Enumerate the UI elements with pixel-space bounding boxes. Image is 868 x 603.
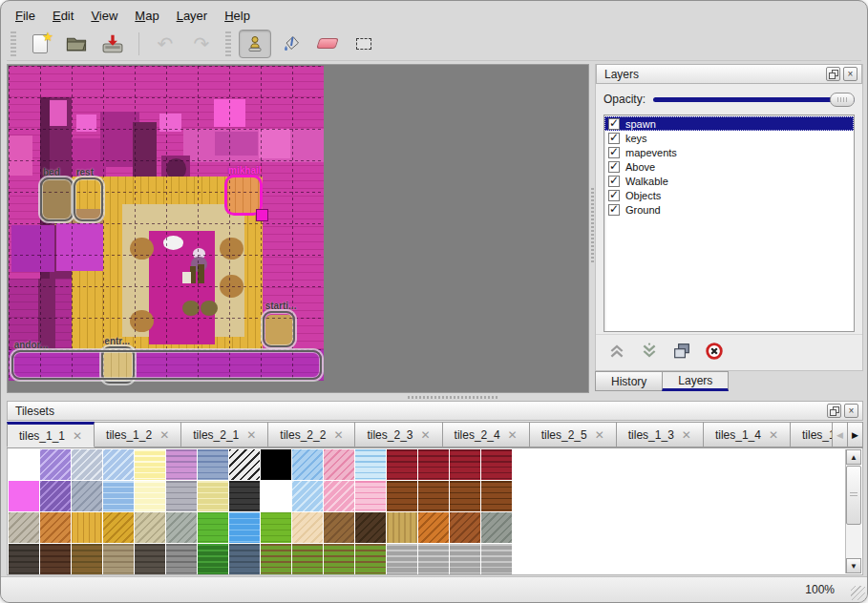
tileset-tile[interactable] [72,481,102,511]
tileset-tile[interactable] [166,481,197,511]
tileset-tile[interactable] [481,544,512,574]
tileset-tile[interactable] [292,449,323,480]
tileset-tile[interactable] [324,544,354,574]
opacity-slider-handle[interactable] [830,93,855,107]
layer-row-ground[interactable]: ✓Ground [604,202,854,217]
tileset-tile[interactable] [103,449,134,480]
tileset-tile[interactable] [229,449,260,480]
tileset-tile[interactable] [355,481,386,511]
new-map-button[interactable]: ★ [24,30,56,58]
resize-grip[interactable] [851,586,865,600]
tileset-tile[interactable] [135,512,165,543]
tileset-tile[interactable] [355,449,386,480]
tileset-tab-tiles_1_3[interactable]: tiles_1_3✕ [617,422,704,447]
tileset-tile[interactable] [355,512,386,543]
tileset-tile[interactable] [261,481,291,511]
tileset-tile[interactable] [229,512,260,543]
tileset-content[interactable]: ▲ ▼ [7,448,863,575]
map-object-mikhail[interactable]: mikhail [224,175,263,216]
layer-row-mapevents[interactable]: ✓mapevents [604,145,854,159]
save-map-button[interactable] [96,30,129,58]
toolbar-drag-handle[interactable] [11,31,16,56]
bucket-fill-button[interactable] [275,30,307,58]
close-tab-icon[interactable]: ✕ [159,428,169,442]
tileset-tile[interactable] [40,481,71,511]
tileset-tile[interactable] [324,481,354,511]
tileset-tile[interactable] [135,544,165,574]
map-canvas[interactable]: bedrestmikhailstarti...entr...andor... [9,66,324,381]
delete-layer-button[interactable] [703,340,726,363]
tileset-tile[interactable] [324,449,354,480]
scrollbar-thumb[interactable] [846,466,861,525]
scroll-up-icon[interactable]: ▲ [846,449,861,465]
menu-file[interactable]: File [7,7,44,25]
dock-tab-history[interactable]: History [595,371,663,391]
tileset-tile[interactable] [450,481,480,511]
tileset-tab-tiles_1_2[interactable]: tiles_1_2✕ [95,422,181,447]
tileset-tile[interactable] [103,512,134,543]
tileset-tile[interactable] [450,544,480,574]
scroll-tabs-left-icon[interactable]: ◀ [832,422,848,447]
tileset-tile[interactable] [292,544,323,574]
layer-visibility-checkbox[interactable]: ✓ [608,161,620,173]
tileset-tile[interactable] [481,512,512,543]
tileset-tile[interactable] [450,512,480,543]
tileset-tile[interactable] [229,544,260,574]
tileset-tile[interactable] [166,512,197,543]
tileset-tile[interactable] [229,481,260,511]
tileset-tile[interactable] [261,544,291,574]
tileset-tile[interactable] [198,544,228,574]
tileset-tile[interactable] [198,481,228,511]
tileset-tile[interactable] [418,449,449,480]
tileset-tile[interactable] [103,481,134,511]
layer-row-walkable[interactable]: ✓Walkable [604,174,854,188]
tileset-tile[interactable] [9,544,39,574]
close-icon[interactable]: × [843,67,857,81]
tileset-tile[interactable] [387,481,417,511]
tileset-tile[interactable] [324,512,354,543]
opacity-slider[interactable] [653,92,855,107]
tileset-tile[interactable] [135,481,165,511]
redo-button[interactable]: ↷ [185,30,218,58]
tileset-tile[interactable] [135,449,165,480]
close-tab-icon[interactable]: ✕ [769,428,778,442]
tileset-tab-tiles_1_1[interactable]: tiles_1_1✕ [7,422,95,447]
eraser-button[interactable] [311,30,344,58]
tileset-tile[interactable] [72,544,102,574]
layer-visibility-checkbox[interactable]: ✓ [608,176,620,187]
tileset-tile[interactable] [387,544,417,574]
layer-row-objects[interactable]: ✓Objects [604,188,854,202]
map-object-andor[interactable]: andor... [11,350,322,380]
layer-visibility-checkbox[interactable]: ✓ [608,204,620,216]
tileset-tab-tiles_2_3[interactable]: tiles_2_3✕ [355,422,442,447]
close-tab-icon[interactable]: ✕ [682,428,691,442]
float-dock-icon[interactable] [826,67,840,81]
close-tab-icon[interactable]: ✕ [595,428,604,442]
tileset-tile[interactable] [166,544,197,574]
tileset-tile[interactable] [355,544,386,574]
tileset-tile[interactable] [418,481,449,511]
tileset-tile[interactable] [450,449,480,480]
tileset-tile[interactable] [481,449,512,480]
tileset-tile[interactable] [387,512,417,543]
tileset-tile[interactable] [418,544,449,574]
float-dock-icon[interactable] [827,404,841,418]
layer-visibility-checkbox[interactable]: ✓ [608,147,620,158]
dock-tab-layers[interactable]: Layers [662,371,729,391]
layer-row-above[interactable]: ✓Above [604,159,854,174]
stamp-brush-button[interactable] [239,30,271,58]
close-tab-icon[interactable]: ✕ [73,429,82,443]
duplicate-layer-button[interactable] [670,340,693,363]
layer-visibility-checkbox[interactable]: ✓ [608,190,620,201]
lower-layer-button[interactable] [638,340,661,363]
scroll-down-icon[interactable]: ▼ [846,558,861,573]
layer-row-keys[interactable]: ✓keys [604,131,854,145]
close-tab-icon[interactable]: ✕ [420,428,430,442]
tileset-tile[interactable] [292,512,323,543]
layer-row-spawn[interactable]: ✓spawn [604,116,854,131]
tileset-tab-tiles_2_4[interactable]: tiles_2_4✕ [443,422,530,447]
layer-list[interactable]: ✓spawn✓keys✓mapevents✓Above✓Walkable✓Obj… [603,114,855,332]
tileset-tile[interactable] [72,512,102,543]
tileset-tab-tiles_2_5[interactable]: tiles_2_5✕ [530,422,617,447]
menu-edit[interactable]: Edit [44,7,82,25]
